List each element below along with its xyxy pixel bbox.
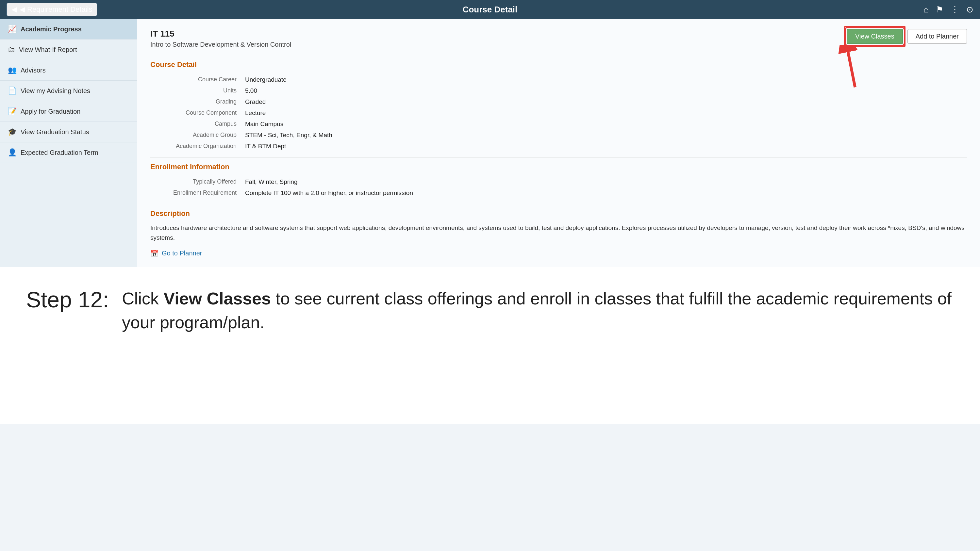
- sidebar-item-advising-notes[interactable]: 📄 View my Advising Notes: [0, 81, 137, 101]
- enrollment-value: Complete IT 100 with a 2.0 or higher, or…: [242, 187, 967, 198]
- sidebar-item-label: View my Advising Notes: [21, 87, 90, 95]
- detail-value: 5.00: [242, 85, 967, 96]
- instruction-text-bold: View Classes: [163, 289, 271, 308]
- step-label: Step 12:: [26, 287, 109, 312]
- advisors-icon: 👥: [8, 66, 17, 75]
- header-buttons: View Classes Add to Planner: [847, 29, 967, 44]
- instruction-area: Step 12: Click View Classes to see curre…: [0, 267, 980, 424]
- sidebar-item-label: View Graduation Status: [21, 129, 89, 136]
- divider-3: [150, 204, 967, 204]
- academic-progress-icon: 📈: [8, 25, 17, 33]
- add-to-planner-button[interactable]: Add to Planner: [907, 29, 967, 44]
- detail-value: IT & BTM Dept: [242, 141, 967, 152]
- more-options-icon[interactable]: ⋮: [951, 5, 959, 15]
- detail-value: Main Campus: [242, 119, 967, 130]
- detail-label: Grading: [150, 96, 242, 108]
- divider-2: [150, 157, 967, 157]
- instruction-text: Click View Classes to see current class …: [122, 287, 954, 335]
- advising-notes-icon: 📄: [8, 87, 17, 95]
- course-title-block: IT 115 Intro to Software Development & V…: [150, 29, 291, 48]
- home-icon[interactable]: ⌂: [923, 5, 929, 15]
- enrollment-label: Typically Offered: [150, 176, 242, 187]
- help-icon[interactable]: ⊙: [966, 5, 974, 15]
- back-arrow-icon: ◀: [11, 5, 17, 14]
- course-detail-table: Course CareerUndergraduateUnits5.00Gradi…: [150, 74, 967, 152]
- sidebar-item-label: Expected Graduation Term: [21, 149, 99, 156]
- table-row: Academic GroupSTEM - Sci, Tech, Engr, & …: [150, 130, 967, 141]
- content-area: IT 115 Intro to Software Development & V…: [137, 19, 980, 267]
- view-classes-button[interactable]: View Classes: [847, 29, 903, 44]
- table-row: Academic OrganizationIT & BTM Dept: [150, 141, 967, 152]
- table-row: Typically OfferedFall, Winter, Spring: [150, 176, 967, 187]
- course-detail-title: Course Detail: [150, 60, 967, 69]
- top-nav-bar: ◀ ◀ Requirement Details Course Detail ⌂ …: [0, 0, 980, 19]
- course-code: IT 115: [150, 29, 291, 39]
- detail-label: Units: [150, 85, 242, 96]
- enrollment-value: Fall, Winter, Spring: [242, 176, 967, 187]
- detail-label: Campus: [150, 119, 242, 130]
- flag-icon[interactable]: ⚑: [936, 5, 943, 15]
- main-container: 📈 Academic Progress 🗂 View What-if Repor…: [0, 19, 980, 267]
- sidebar: 📈 Academic Progress 🗂 View What-if Repor…: [0, 19, 137, 267]
- detail-label: Academic Group: [150, 130, 242, 141]
- sidebar-item-expected-grad-term[interactable]: 👤 Expected Graduation Term: [0, 142, 137, 163]
- description-text: Introduces hardware architecture and sof…: [150, 223, 967, 243]
- divider-1: [150, 55, 967, 55]
- course-header: IT 115 Intro to Software Development & V…: [150, 29, 967, 48]
- sidebar-item-view-what-if[interactable]: 🗂 View What-if Report: [0, 40, 137, 60]
- sidebar-item-label: Apply for Graduation: [21, 108, 80, 115]
- enrollment-title: Enrollment Information: [150, 163, 967, 171]
- sidebar-item-label: View What-if Report: [19, 46, 77, 54]
- graduation-status-icon: 🎓: [8, 128, 17, 136]
- sidebar-item-academic-progress[interactable]: 📈 Academic Progress: [0, 19, 137, 40]
- go-to-planner-link[interactable]: 📅 Go to Planner: [150, 249, 202, 257]
- enrollment-label: Enrollment Requirement: [150, 187, 242, 198]
- detail-label: Course Component: [150, 108, 242, 119]
- table-row: Enrollment RequirementComplete IT 100 wi…: [150, 187, 967, 198]
- detail-label: Academic Organization: [150, 141, 242, 152]
- sidebar-item-advisors[interactable]: 👥 Advisors: [0, 60, 137, 81]
- back-label: ◀ Requirement Details: [20, 5, 92, 14]
- table-row: CampusMain Campus: [150, 119, 967, 130]
- description-title: Description: [150, 210, 967, 218]
- table-row: Course ComponentLecture: [150, 108, 967, 119]
- go-to-planner-label: Go to Planner: [162, 249, 202, 257]
- nav-icons-group: ⌂ ⚑ ⋮ ⊙: [923, 5, 974, 15]
- what-if-icon: 🗂: [8, 45, 15, 54]
- detail-value: Lecture: [242, 108, 967, 119]
- back-button[interactable]: ◀ ◀ Requirement Details: [6, 3, 97, 16]
- table-row: Course CareerUndergraduate: [150, 74, 967, 85]
- detail-value: STEM - Sci, Tech, Engr, & Math: [242, 130, 967, 141]
- sidebar-item-apply-graduation[interactable]: 📝 Apply for Graduation: [0, 101, 137, 122]
- view-classes-wrapper: View Classes: [847, 29, 903, 44]
- table-row: Units5.00: [150, 85, 967, 96]
- detail-label: Course Career: [150, 74, 242, 85]
- detail-value: Graded: [242, 96, 967, 108]
- detail-value: Undergraduate: [242, 74, 967, 85]
- course-subtitle: Intro to Software Development & Version …: [150, 41, 291, 48]
- sidebar-item-graduation-status[interactable]: 🎓 View Graduation Status: [0, 122, 137, 142]
- calendar-icon: 📅: [150, 249, 159, 257]
- page-title: Course Detail: [463, 5, 518, 15]
- sidebar-item-label: Advisors: [21, 67, 46, 74]
- instruction-text-part1: Click: [122, 289, 163, 308]
- expected-grad-icon: 👤: [8, 148, 17, 157]
- table-row: GradingGraded: [150, 96, 967, 108]
- apply-graduation-icon: 📝: [8, 107, 17, 116]
- sidebar-item-label: Academic Progress: [21, 25, 82, 33]
- enrollment-table: Typically OfferedFall, Winter, SpringEnr…: [150, 176, 967, 198]
